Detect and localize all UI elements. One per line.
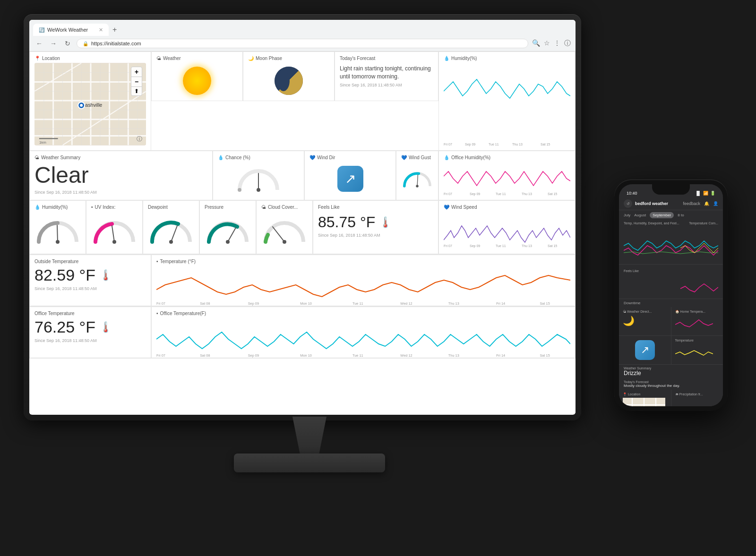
- menu-icon[interactable]: ⋮: [554, 39, 560, 48]
- location-tile: 📍 Location: [29, 51, 151, 151]
- office-temp-value: 76.25 °F: [34, 318, 95, 336]
- dewpoint-gauge: [148, 212, 194, 246]
- svg-text:Fri 07: Fri 07: [156, 353, 165, 358]
- office-temp-chart-icon: •: [156, 311, 158, 316]
- zoom-out-button[interactable]: −: [131, 77, 142, 87]
- lock-icon: 🔒: [83, 41, 88, 46]
- pressure-gauge-svg: [206, 214, 249, 244]
- pressure-label: Pressure: [205, 205, 251, 210]
- map-svg: ashville 1km: [34, 63, 146, 145]
- svg-text:Sat 08: Sat 08: [200, 353, 210, 358]
- phone-map-svg: [623, 398, 665, 406]
- svg-line-34: [417, 175, 418, 186]
- info-icon[interactable]: ⓘ: [564, 39, 571, 48]
- phone: 10:40 ▐▌ 📶 🔋 ↺ bedford weather feedback …: [614, 180, 728, 411]
- phone-location-label: 📍 Location: [623, 393, 667, 396]
- wind-gust-gauge: [401, 162, 433, 194]
- office-temp-chart-label: • Office Temperature(F): [156, 311, 570, 316]
- dewpoint-label: Dewpoint: [148, 205, 194, 210]
- url-text: https://initialstate.com: [91, 41, 141, 46]
- svg-text:Sat 15: Sat 15: [540, 301, 550, 306]
- phone-nav-bar: ↺ bedford weather feedback 🔔 👤: [619, 197, 723, 210]
- wind-dir-icon: 💙: [309, 155, 315, 160]
- forward-button[interactable]: →: [48, 38, 59, 49]
- svg-point-44: [112, 240, 116, 244]
- phone-bezel: 10:40 ▐▌ 📶 🔋 ↺ bedford weather feedback …: [614, 180, 728, 411]
- feedback-button[interactable]: feedback: [683, 201, 700, 206]
- reload-button[interactable]: ↻: [62, 38, 73, 49]
- monitor-screen: 🔄 WeWork Weather ✕ + ← → ↻ 🔒 https://ini…: [29, 20, 576, 415]
- outside-thermometer-icon: 🌡️: [99, 269, 112, 282]
- cloud-cover-gauge: [261, 212, 308, 246]
- temp-chart-icon: •: [156, 259, 158, 264]
- wind-speed-chart-svg: Fri 07 Sep 09 Tue 11 Thu 13 Sat 15: [444, 212, 570, 249]
- phone-nav-actions[interactable]: feedback 🔔 👤: [683, 201, 718, 206]
- browser-tab-active[interactable]: 🔄 WeWork Weather ✕: [33, 24, 109, 36]
- wind-gust-icon: 💙: [401, 155, 407, 160]
- svg-text:Wed 12: Wed 12: [400, 353, 412, 358]
- phone-downtime-label: Downtime: [619, 299, 723, 307]
- browser-toolbar: ← → ↻ 🔒 https://initialstate.com 🔍 ☆ ⋮ ⓘ: [29, 36, 576, 51]
- phone-section-label: Temp, Humidity, Dewpoint, and Feel...: [624, 222, 679, 225]
- bookmark-icon[interactable]: ☆: [544, 39, 550, 48]
- svg-text:Sat 08: Sat 08: [200, 301, 210, 306]
- search-icon[interactable]: 🔍: [532, 39, 540, 48]
- svg-line-43: [112, 226, 114, 242]
- forecast-text: Light rain starting tonight, continuing …: [340, 65, 433, 81]
- map-info-icon[interactable]: ⓘ: [137, 135, 142, 143]
- wind-dir-arrow: ↗: [337, 166, 363, 192]
- feels-like-display: 85.75 °F 🌡️: [318, 214, 433, 231]
- chance-tile: 💧 Chance (%): [213, 151, 304, 200]
- phone-nav-logo: ↺: [624, 199, 632, 208]
- svg-text:Fri 07: Fri 07: [444, 192, 452, 196]
- phone-temp-chart-svg: [624, 229, 718, 262]
- moon-icon-label: 🌙: [248, 56, 254, 61]
- phone-forecast-text: Mostly cloudy throughout the day.: [624, 384, 718, 388]
- monitor-stand-neck: [281, 417, 338, 459]
- date-august[interactable]: August: [634, 213, 646, 217]
- tab-close-button[interactable]: ✕: [99, 27, 103, 33]
- phone-weather-dir-tile: 🌤 Weather Direct... 🌙: [619, 307, 671, 335]
- svg-point-23: [80, 104, 83, 107]
- outside-temp-value: 82.59 °F: [34, 266, 95, 284]
- svg-text:Sat 15: Sat 15: [540, 353, 550, 358]
- sun-icon: [183, 67, 211, 95]
- tab-favicon: 🔄: [39, 27, 44, 33]
- chance-gauge-svg: [235, 164, 282, 192]
- svg-text:Sat 15: Sat 15: [541, 143, 550, 146]
- location-label: 📍 Location: [34, 56, 146, 61]
- wind-gust-label: 💙 Wind Gust: [401, 155, 433, 160]
- profile-icon[interactable]: 👤: [713, 201, 718, 206]
- svg-text:Fri 07: Fri 07: [444, 143, 452, 146]
- phone-temp-chart-label: Temperature: [675, 339, 720, 342]
- address-bar[interactable]: 🔒 https://initialstate.com: [77, 39, 528, 48]
- compass-button[interactable]: ⬆: [131, 87, 142, 95]
- date-september[interactable]: September: [650, 212, 674, 218]
- humidity-gauge-display: [34, 212, 81, 246]
- pressure-gauge: [205, 212, 251, 246]
- zoom-in-button[interactable]: +: [131, 67, 142, 77]
- phone-screen: 10:40 ▐▌ 📶 🔋 ↺ bedford weather feedback …: [619, 184, 723, 406]
- svg-line-47: [228, 228, 236, 242]
- svg-text:Sat 15: Sat 15: [548, 244, 557, 248]
- notification-icon[interactable]: 🔔: [704, 201, 709, 206]
- phone-forecast-section: Today's Forecast Mostly cloudy throughou…: [619, 378, 723, 390]
- svg-point-46: [169, 240, 173, 244]
- date-july[interactable]: July: [624, 213, 630, 217]
- svg-point-48: [226, 240, 230, 244]
- svg-text:Wed 12: Wed 12: [400, 301, 412, 306]
- phone-weather-summary-label: Weather Summary: [624, 367, 718, 370]
- moon-label: 🌙 Moon Phase: [248, 56, 329, 61]
- new-tab-button[interactable]: +: [109, 24, 120, 36]
- back-button[interactable]: ←: [34, 38, 44, 49]
- humidity-chart-svg: Fri 07 Sep 09 Tue 11 Thu 13 Sat 15: [444, 63, 570, 148]
- location-icon: 📍: [34, 56, 40, 61]
- wind-dir-tile: 💙 Wind Dir ↗: [304, 151, 396, 200]
- thermometer-icon: 🌡️: [379, 216, 392, 229]
- phone-home-temp-svg: [675, 315, 713, 329]
- chance-icon: 💧: [218, 155, 223, 160]
- office-humidity-chart-label: 💧 Office Humidity(%): [444, 155, 570, 160]
- office-humidity-icon: 💧: [444, 155, 449, 160]
- office-temp-chart-tile: • Office Temperature(F) Fri 07 Sat 08 Se…: [151, 307, 576, 358]
- svg-text:Fri 14: Fri 14: [496, 353, 506, 358]
